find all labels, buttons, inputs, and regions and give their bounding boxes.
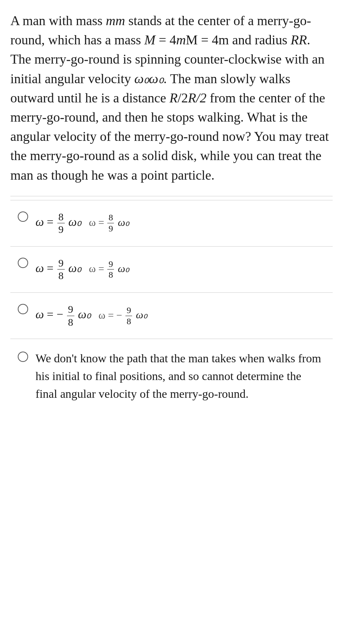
option-a-content: ω = 8 9 ω₀ ω = 8 9 ω₀ bbox=[36, 211, 325, 236]
fraction-b2-den: 8 bbox=[107, 270, 114, 280]
equals-b: = bbox=[47, 261, 57, 275]
top-divider bbox=[10, 196, 333, 196]
fraction-b-den: 8 bbox=[57, 270, 65, 282]
R-half-expr: R bbox=[169, 91, 178, 105]
fraction-b2: 9 8 bbox=[107, 259, 114, 281]
omega0-a: ω₀ bbox=[68, 215, 82, 228]
option-c-content: ω = − 9 8 ω₀ ω = − 9 8 ω₀ bbox=[36, 303, 325, 328]
omega0-b: ω₀ bbox=[68, 261, 82, 275]
omega-a: ω bbox=[36, 215, 44, 228]
plain-c: ω = − bbox=[98, 309, 125, 321]
omega-c: ω bbox=[36, 308, 44, 321]
fraction-c-num: 9 bbox=[67, 303, 74, 316]
equals-c: = − bbox=[47, 308, 63, 321]
fraction-c: 9 8 bbox=[67, 303, 74, 328]
omega0-b2: ω₀ bbox=[118, 263, 129, 274]
fraction-b: 9 8 bbox=[57, 257, 65, 282]
option-b[interactable]: ω = 9 8 ω₀ ω = 9 8 ω₀ bbox=[10, 247, 333, 293]
fraction-c-den: 8 bbox=[67, 316, 74, 329]
fraction-a-den: 9 bbox=[57, 223, 65, 236]
equals-a: = bbox=[47, 215, 57, 228]
plain-a: ω = bbox=[89, 217, 107, 228]
option-d-text: We don't know the path that the man take… bbox=[36, 349, 325, 403]
fraction-c2-den: 8 bbox=[125, 316, 132, 327]
mass-m-expr: m bbox=[176, 33, 186, 47]
omega0-a2: ω₀ bbox=[118, 217, 129, 228]
problem-text: A man with mass mm stands at the center … bbox=[10, 11, 333, 185]
mass-M-expr: M bbox=[144, 33, 155, 47]
problem-container: A man with mass mm stands at the center … bbox=[10, 11, 333, 185]
option-d[interactable]: We don't know the path that the man take… bbox=[10, 339, 333, 413]
omega0-var: ω₀ω₀ bbox=[134, 71, 164, 86]
option-b-content: ω = 9 8 ω₀ ω = 9 8 ω₀ bbox=[36, 257, 325, 282]
fraction-c2-num: 9 bbox=[125, 305, 132, 316]
fraction-a2-den: 9 bbox=[107, 223, 114, 234]
omega0-c: ω₀ bbox=[78, 308, 91, 321]
radius-R-var: RR bbox=[291, 33, 307, 47]
fraction-a2-num: 8 bbox=[107, 212, 114, 223]
answer-section: ω = 8 9 ω₀ ω = 8 9 ω₀ ω = 9 8 ω₀ bbox=[10, 200, 333, 413]
radio-c[interactable] bbox=[18, 304, 28, 314]
radio-a[interactable] bbox=[18, 211, 28, 222]
fraction-a-num: 8 bbox=[57, 211, 65, 224]
omega0-c2: ω₀ bbox=[136, 309, 147, 321]
fraction-c2: 9 8 bbox=[125, 305, 132, 327]
fraction-b-num: 9 bbox=[57, 257, 65, 270]
radio-b[interactable] bbox=[18, 258, 28, 268]
fraction-a: 8 9 bbox=[57, 211, 65, 236]
fraction-a2: 8 9 bbox=[107, 212, 114, 234]
radio-d[interactable] bbox=[18, 352, 28, 362]
mass-equation-plain: M = 4m bbox=[186, 33, 229, 47]
omega-b: ω bbox=[36, 261, 44, 275]
fraction-b2-num: 9 bbox=[107, 259, 114, 270]
option-a[interactable]: ω = 8 9 ω₀ ω = 8 9 ω₀ bbox=[10, 200, 333, 247]
R-half-plain: R/2 bbox=[188, 91, 206, 105]
mass-m-var: mm bbox=[106, 13, 125, 28]
option-c[interactable]: ω = − 9 8 ω₀ ω = − 9 8 ω₀ bbox=[10, 293, 333, 339]
plain-b: ω = bbox=[89, 263, 107, 274]
